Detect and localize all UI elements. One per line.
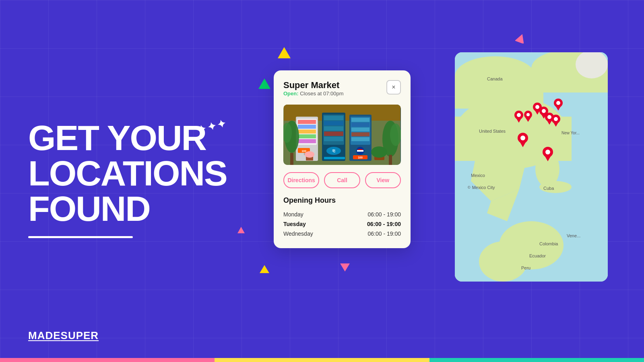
svg-point-38 [554, 117, 558, 121]
svg-marker-40 [520, 142, 526, 147]
svg-rect-86 [389, 155, 392, 165]
svg-text:宅: 宅 [332, 149, 335, 153]
svg-point-23 [517, 113, 521, 117]
bottom-bar-teal [429, 358, 644, 362]
time-tuesday: 06:00 - 19:00 [338, 219, 401, 229]
hero-title-line3: FOUND [28, 189, 150, 228]
close-button[interactable]: × [386, 80, 401, 95]
status-time-text: Closes at 07:00pm [300, 90, 343, 97]
svg-rect-63 [324, 121, 343, 125]
call-button[interactable]: Call [324, 172, 360, 188]
svg-rect-52 [298, 120, 316, 124]
bottom-bar-pink [0, 358, 215, 362]
svg-point-90 [305, 151, 314, 158]
svg-marker-0 [278, 47, 291, 58]
svg-point-88 [371, 146, 387, 158]
svg-rect-78 [357, 150, 363, 152]
map-pin-9 [524, 111, 532, 122]
map-label-peru: Peru [521, 265, 530, 270]
svg-point-19 [479, 241, 527, 282]
map-label-canada: Canada [487, 76, 503, 81]
svg-marker-1 [258, 78, 270, 89]
svg-rect-83 [290, 153, 293, 165]
svg-rect-56 [298, 139, 316, 143]
svg-rect-74 [351, 128, 369, 132]
map-label-ecuador: Ecuador [529, 253, 546, 258]
card-title-text: Super Market [283, 80, 344, 90]
svg-rect-65 [324, 132, 343, 136]
svg-point-85 [390, 123, 401, 146]
day-tuesday: Tuesday [283, 219, 338, 229]
card-title: Super Market Open: Closes at 07:00pm [283, 80, 344, 103]
card-status: Open: Closes at 07:00pm [283, 90, 344, 97]
svg-marker-3 [260, 265, 269, 273]
hours-row-tuesday: Tuesday 06:00 - 19:00 [283, 219, 401, 229]
svg-marker-46 [525, 117, 531, 122]
location-info-card: Super Market Open: Closes at 07:00pm × [274, 70, 411, 248]
svg-rect-73 [351, 123, 369, 127]
svg-point-26 [535, 105, 539, 109]
svg-marker-22 [516, 118, 522, 123]
map-label-colombia: Colombia [539, 241, 558, 246]
svg-point-29 [556, 101, 560, 105]
status-open-label: Open: [283, 90, 299, 97]
map-background: Canada United States New Yor... Mexico ©… [455, 52, 608, 282]
deco-triangle-green-1 [258, 78, 271, 91]
map-label-venezuela: Vene... [567, 233, 580, 238]
map-label-mexico: Mexico [471, 173, 485, 178]
svg-text:100: 100 [358, 156, 363, 159]
svg-text:100: 100 [301, 150, 306, 152]
svg-rect-66 [324, 137, 343, 141]
map-label-cuba: Cuba [543, 186, 554, 191]
map-pin-1 [514, 111, 523, 123]
svg-marker-28 [555, 106, 561, 111]
map-pin-8 [543, 147, 553, 161]
svg-marker-4 [340, 263, 350, 272]
logo: MADESUPER [28, 329, 99, 342]
svg-point-41 [520, 136, 525, 140]
svg-marker-43 [545, 156, 551, 161]
svg-point-35 [547, 115, 551, 119]
deco-triangle-yellow-2 [259, 264, 270, 276]
logo-made: MADE [28, 329, 61, 341]
svg-marker-5 [515, 33, 526, 43]
location-image: 100 宅 [283, 105, 401, 165]
hero-title: GET YOUR LOCATIONS FOUND [28, 120, 221, 226]
view-button[interactable]: View [365, 172, 401, 188]
action-buttons: Directions Call View [283, 172, 401, 188]
time-wednesday: 06:00 - 19:00 [338, 229, 401, 239]
svg-rect-55 [298, 134, 316, 138]
directions-button[interactable]: Directions [283, 172, 319, 188]
deco-triangle-pink-3 [515, 33, 526, 45]
svg-rect-76 [351, 137, 369, 141]
map-label-us: United States [479, 129, 506, 134]
map-container: Canada United States New Yor... Mexico ©… [455, 52, 608, 282]
map-pin-7 [518, 133, 528, 147]
card-header: Super Market Open: Closes at 07:00pm × [283, 80, 401, 103]
hero-title-line2: LOCATIONS [28, 153, 227, 193]
logo-super: SUPER [61, 329, 99, 341]
deco-triangle-pink-2 [339, 263, 351, 274]
map-label-new-york: New Yor... [561, 131, 580, 135]
map-label-mexico-city: © Mexico City [468, 185, 495, 190]
time-monday: 06:00 - 19:00 [338, 210, 401, 219]
svg-point-44 [545, 150, 550, 154]
day-monday: Monday [283, 210, 338, 219]
deco-triangle-yellow-1 [277, 46, 291, 61]
bottom-bar-yellow [215, 358, 429, 362]
opening-hours-title: Opening Hours [283, 196, 401, 205]
hours-row-monday: Monday 06:00 - 19:00 [283, 210, 401, 219]
svg-rect-54 [298, 130, 316, 134]
bottom-color-bar [0, 358, 644, 362]
svg-rect-75 [351, 132, 369, 136]
svg-rect-53 [298, 125, 316, 129]
day-wednesday: Wednesday [283, 229, 338, 239]
map-pin-6 [551, 115, 560, 127]
svg-point-47 [526, 113, 530, 116]
svg-rect-69 [324, 157, 345, 159]
map-label-mexico-city-text: Mexico City [472, 185, 495, 190]
svg-rect-72 [351, 118, 369, 122]
hours-row-wednesday: Wednesday 06:00 - 19:00 [283, 229, 401, 239]
hero-underline [28, 236, 133, 238]
hours-table: Monday 06:00 - 19:00 Tuesday 06:00 - 19:… [283, 210, 401, 239]
